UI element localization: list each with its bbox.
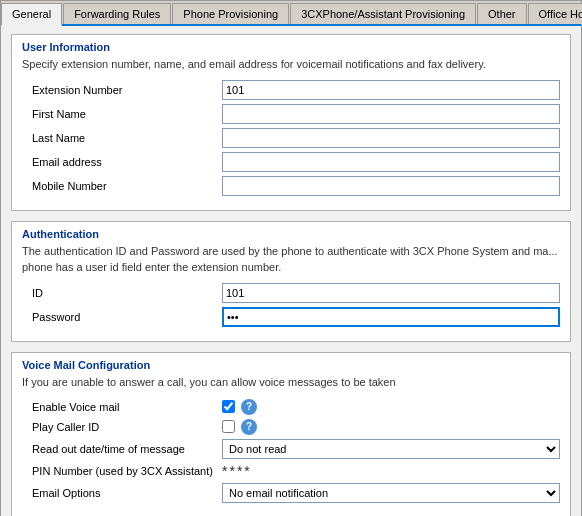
password-input[interactable] [222,307,560,327]
play-caller-id-row: Play Caller ID ? [22,419,560,435]
read-date-select[interactable]: Do not read Read date Read time Read dat… [222,439,560,459]
first-name-input[interactable] [222,104,560,124]
enable-voicemail-row: Enable Voice mail ? [22,399,560,415]
user-information-section: User Information Specify extension numbe… [11,34,571,211]
last-name-input[interactable] [222,128,560,148]
main-window: General Forwarding Rules Phone Provision… [0,0,582,516]
play-caller-id-area: ? [222,419,257,435]
tab-general[interactable]: General [1,3,62,26]
tab-other[interactable]: Other [477,3,527,24]
email-label: Email address [22,156,222,168]
authentication-desc: The authentication ID and Password are u… [22,244,560,275]
auth-id-input[interactable] [222,283,560,303]
authentication-title: Authentication [22,228,560,240]
last-name-label: Last Name [22,132,222,144]
tab-content: User Information Specify extension numbe… [1,26,581,516]
password-label: Password [22,311,222,323]
mobile-label: Mobile Number [22,180,222,192]
email-options-label: Email Options [22,487,222,499]
email-row: Email address [22,152,560,172]
play-caller-id-label: Play Caller ID [22,421,222,433]
first-name-row: First Name [22,104,560,124]
password-row: Password [22,307,560,327]
voicemail-section: Voice Mail Configuration If you are unab… [11,352,571,516]
play-caller-id-help-icon[interactable]: ? [241,419,257,435]
auth-id-label: ID [22,287,222,299]
read-date-label: Read out date/time of message [22,443,222,455]
email-options-row: Email Options No email notification Send… [22,483,560,503]
tab-forwarding-rules[interactable]: Forwarding Rules [63,3,171,24]
read-date-row: Read out date/time of message Do not rea… [22,439,560,459]
last-name-row: Last Name [22,128,560,148]
auth-id-row: ID [22,283,560,303]
tab-office-hours[interactable]: Office Hours [528,3,582,24]
tab-bar: General Forwarding Rules Phone Provision… [1,1,581,26]
pin-label: PIN Number (used by 3CX Assistant) [22,465,222,477]
pin-value: **** [222,463,252,479]
enable-voicemail-help-icon[interactable]: ? [241,399,257,415]
user-information-title: User Information [22,41,560,53]
play-caller-id-checkbox[interactable] [222,420,235,433]
extension-number-row: Extension Number [22,80,560,100]
enable-voicemail-checkbox[interactable] [222,400,235,413]
enable-voicemail-area: ? [222,399,257,415]
tab-phone-provisioning[interactable]: Phone Provisioning [172,3,289,24]
voicemail-desc: If you are unable to answer a call, you … [22,375,560,390]
pin-row: PIN Number (used by 3CX Assistant) **** [22,463,560,479]
authentication-section: Authentication The authentication ID and… [11,221,571,342]
tab-3cx-provisioning[interactable]: 3CXPhone/Assistant Provisioning [290,3,476,24]
email-options-select[interactable]: No email notification Send email notific… [222,483,560,503]
mobile-row: Mobile Number [22,176,560,196]
first-name-label: First Name [22,108,222,120]
extension-number-label: Extension Number [22,84,222,96]
enable-voicemail-label: Enable Voice mail [22,401,222,413]
user-information-desc: Specify extension number, name, and emai… [22,57,560,72]
voicemail-title: Voice Mail Configuration [22,359,560,371]
mobile-input[interactable] [222,176,560,196]
email-input[interactable] [222,152,560,172]
extension-number-input[interactable] [222,80,560,100]
